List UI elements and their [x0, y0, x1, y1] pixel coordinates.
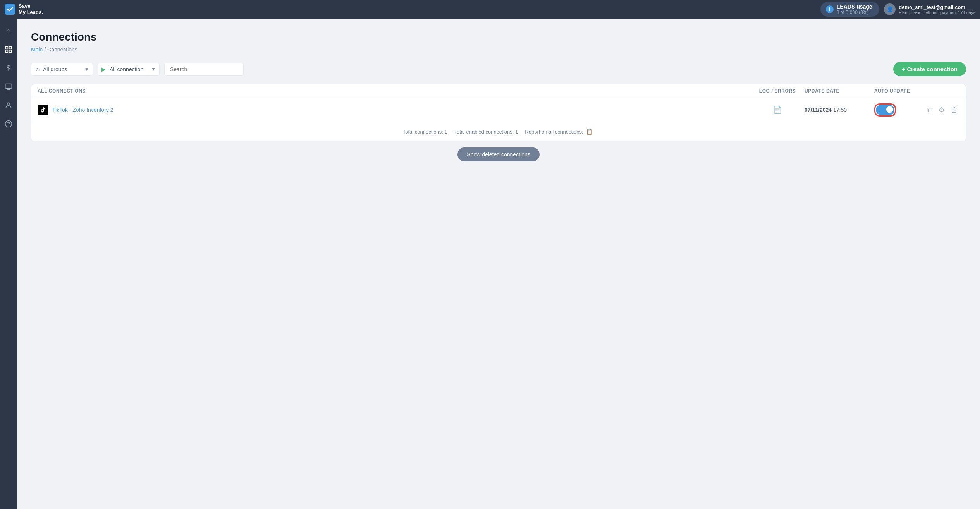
- connections-table: ALL CONNECTIONS LOG / ERRORS UPDATE DATE…: [31, 84, 966, 141]
- toggle-highlight: [874, 103, 896, 117]
- svg-rect-2: [9, 50, 12, 53]
- show-deleted-button[interactable]: Show deleted connections: [457, 147, 539, 161]
- log-document-icon[interactable]: 📄: [773, 106, 782, 114]
- toggle-slider: [876, 105, 894, 115]
- breadcrumb-main[interactable]: Main: [31, 46, 43, 53]
- connection-filter[interactable]: All connection: [98, 63, 160, 76]
- col-header-connection: ALL CONNECTIONS: [38, 88, 750, 94]
- settings-icon[interactable]: ⚙: [937, 104, 946, 116]
- report-label: Report on all connections:: [525, 129, 583, 135]
- update-date: 07/11/2024: [805, 107, 832, 113]
- total-enabled: Total enabled connections: 1: [454, 129, 518, 135]
- main-content: Connections Main / Connections 🗂 All gro…: [17, 19, 980, 509]
- col-header-log: LOG / ERRORS: [750, 88, 805, 94]
- logo[interactable]: Save My Leads.: [5, 3, 43, 15]
- sidebar-item-apps[interactable]: [0, 78, 17, 95]
- svg-rect-4: [5, 84, 12, 89]
- copy-icon[interactable]: ⧉: [926, 105, 934, 116]
- total-connections: Total connections: 1: [403, 129, 447, 135]
- topnav: Save My Leads. i LEADS usage: 3 of 5`000…: [0, 0, 980, 19]
- svg-rect-3: [6, 50, 8, 53]
- date-cell: 07/11/2024 17:50: [805, 107, 874, 113]
- actions-cell: ⧉ ⚙ 🗑: [928, 104, 959, 116]
- sidebar-item-help[interactable]: [0, 115, 17, 132]
- breadcrumb-separator: /: [44, 46, 47, 53]
- info-icon: i: [826, 5, 834, 13]
- toolbar: 🗂 All groups ▼ ▶ All connection ▼ + Crea…: [31, 62, 966, 76]
- search-input[interactable]: [164, 63, 244, 76]
- create-connection-button[interactable]: + Create connection: [893, 62, 966, 76]
- table-header: ALL CONNECTIONS LOG / ERRORS UPDATE DATE…: [31, 84, 966, 98]
- update-time: 17:50: [833, 107, 847, 113]
- delete-icon[interactable]: 🗑: [949, 105, 959, 116]
- sidebar: ⌂ $: [0, 19, 17, 509]
- user-info[interactable]: 👤 demo_sml_test@gmail.com Plan | Basic |…: [884, 3, 975, 15]
- sidebar-item-home[interactable]: ⌂: [0, 22, 17, 39]
- leads-usage-label: LEADS usage:: [837, 3, 874, 10]
- svg-rect-1: [9, 47, 12, 49]
- footer-summary: Total connections: 1 Total enabled conne…: [31, 122, 966, 141]
- connection-name-text: TikTok - Zoho Inventory 2: [52, 107, 113, 113]
- connection-filter-wrapper: ▶ All connection ▼: [98, 63, 160, 76]
- breadcrumb-current: Connections: [47, 46, 77, 53]
- svg-point-5: [7, 103, 10, 105]
- sidebar-item-billing[interactable]: $: [0, 60, 17, 77]
- user-plan: Plan | Basic | left until payment 174 da…: [899, 10, 975, 15]
- groups-filter-wrapper: 🗂 All groups ▼: [31, 63, 93, 76]
- sidebar-item-connections[interactable]: [0, 41, 17, 58]
- sidebar-item-profile[interactable]: [0, 97, 17, 114]
- tiktok-icon: [38, 105, 48, 115]
- groups-filter[interactable]: All groups: [31, 63, 93, 76]
- col-header-actions: [928, 88, 959, 94]
- toggle-cell: [874, 103, 928, 117]
- connection-cell: TikTok - Zoho Inventory 2: [38, 105, 750, 115]
- logo-icon: [5, 4, 15, 15]
- topnav-right: i LEADS usage: 3 of 5`000 (0%) 👤 demo_sm…: [820, 2, 975, 17]
- svg-rect-0: [6, 47, 8, 49]
- leads-usage-badge: i LEADS usage: 3 of 5`000 (0%): [820, 2, 879, 17]
- table-row: TikTok - Zoho Inventory 2 📄 07/11/2024 1…: [31, 98, 966, 122]
- leads-usage-count: 3 of 5`000 (0%): [837, 10, 874, 15]
- user-email: demo_sml_test@gmail.com: [899, 4, 975, 10]
- breadcrumb: Main / Connections: [31, 46, 966, 53]
- logo-text: Save My Leads.: [19, 3, 43, 15]
- col-header-update: UPDATE DATE: [805, 88, 874, 94]
- page-title: Connections: [31, 31, 966, 43]
- avatar: 👤: [884, 3, 896, 15]
- log-cell: 📄: [750, 106, 805, 114]
- auto-update-toggle[interactable]: [876, 105, 894, 115]
- user-details: demo_sml_test@gmail.com Plan | Basic | l…: [899, 4, 975, 15]
- connection-link[interactable]: TikTok - Zoho Inventory 2: [38, 105, 750, 115]
- col-header-auto: AUTO UPDATE: [874, 88, 928, 94]
- report-icon[interactable]: 📋: [585, 127, 594, 136]
